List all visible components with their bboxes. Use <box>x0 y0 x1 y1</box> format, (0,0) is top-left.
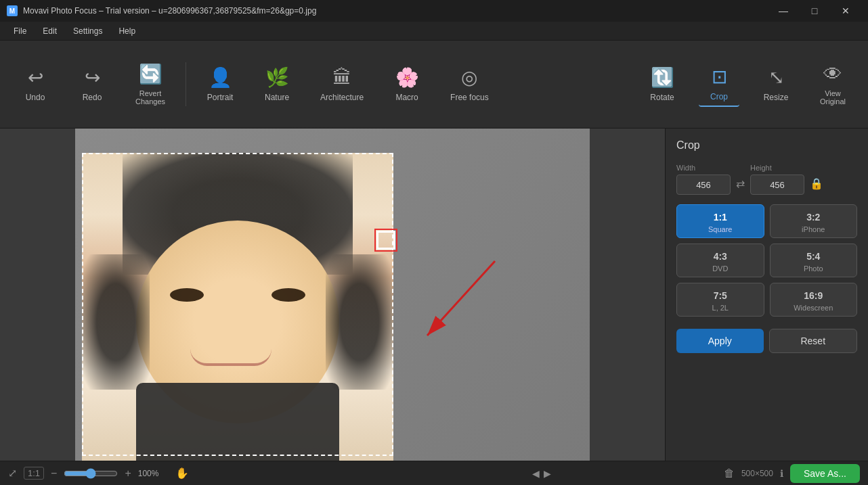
reset-button[interactable]: Reset <box>769 329 858 353</box>
revert-label: RevertChanges <box>135 89 165 106</box>
dimension-row: Width ⇄ Height 🔒 <box>676 164 857 195</box>
revert-button[interactable]: 🔄 RevertChanges <box>129 59 172 110</box>
zoom-out-button[interactable]: − <box>51 467 57 480</box>
menubar: File Edit Settings Help <box>0 22 868 41</box>
height-group: Height <box>750 164 804 195</box>
close-button[interactable]: ✕ <box>830 0 861 22</box>
architecture-icon: 🏛 <box>332 66 351 89</box>
menu-edit[interactable]: Edit <box>35 24 65 39</box>
undo-icon: ↩ <box>28 66 43 89</box>
portrait-icon: 👤 <box>209 66 232 89</box>
width-group: Width <box>676 164 731 195</box>
statusbar: ⤢ 1:1 − + 100% ✋ ◀ ▶ 🗑 500×500 ℹ Save As… <box>0 461 868 485</box>
ratio-4-3[interactable]: 4:3 DVD <box>676 244 764 277</box>
ratio-grid: 1:1 Square 3:2 iPhone 4:3 DVD 5:4 Photo … <box>676 204 857 317</box>
ratio-1-1[interactable]: 1:1 Square <box>676 204 764 238</box>
status-right: 🗑 500×500 ℹ Save As... <box>724 464 860 483</box>
height-input[interactable] <box>750 175 804 195</box>
zoom-1-1-button[interactable]: 1:1 <box>24 467 44 480</box>
width-input[interactable] <box>676 175 731 195</box>
status-center: ◀ ▶ <box>366 468 716 479</box>
toolbar: ↩ Undo ↪ Redo 🔄 RevertChanges 👤 Portrait… <box>0 41 868 129</box>
ratio-4-3-name: DVD <box>712 264 728 273</box>
freefocus-label: Free focus <box>450 93 489 102</box>
status-left: ⤢ 1:1 − + 100% ✋ <box>8 467 359 480</box>
ratio-1-1-value: 1:1 <box>714 212 727 223</box>
ratio-7-5-value: 7:5 <box>714 290 727 301</box>
macro-group: 🌸 Macro <box>378 62 435 106</box>
canvas-inner <box>75 129 590 461</box>
minimize-button[interactable]: — <box>768 0 799 22</box>
rotate-button[interactable]: 🔃 Rotate <box>642 62 682 106</box>
canvas-area[interactable] <box>0 129 665 461</box>
next-image-button[interactable]: ▶ <box>544 468 551 479</box>
portrait-button[interactable]: 👤 Portrait <box>200 62 240 106</box>
redo-button[interactable]: ↪ Redo <box>72 62 112 106</box>
vieworiginal-group: 👁 ViewOriginal <box>804 59 861 110</box>
resize-icon: ⤡ <box>768 66 784 89</box>
ratio-1-1-name: Square <box>708 225 732 233</box>
nature-icon: 🌿 <box>265 66 289 89</box>
zoom-percent: 100% <box>138 469 169 478</box>
macro-button[interactable]: 🌸 Macro <box>387 62 427 106</box>
architecture-button[interactable]: 🏛 Architecture <box>313 62 370 106</box>
revert-icon: 🔄 <box>139 63 162 85</box>
freefocus-icon: ◎ <box>461 66 477 89</box>
macro-icon: 🌸 <box>395 66 419 89</box>
ratio-3-2[interactable]: 3:2 iPhone <box>770 204 858 238</box>
apply-button[interactable]: Apply <box>676 329 764 353</box>
effects-group: 👤 Portrait <box>186 62 248 106</box>
maximize-button[interactable]: □ <box>799 0 830 22</box>
rotate-group: 🔃 Rotate <box>634 62 691 106</box>
freefocus-button[interactable]: ◎ Free focus <box>443 62 496 106</box>
lock-icon[interactable]: 🔒 <box>810 177 823 190</box>
save-as-button[interactable]: Save As... <box>790 464 860 483</box>
ratio-16-9[interactable]: 16:9 Widescreen <box>770 283 858 317</box>
swap-button[interactable]: ⇄ <box>736 177 745 190</box>
crop-label: Crop <box>710 92 728 101</box>
crop-button[interactable]: ⊡ Crop <box>699 62 739 107</box>
menu-settings[interactable]: Settings <box>65 24 110 39</box>
ratio-16-9-name: Widescreen <box>794 304 833 312</box>
redo-icon: ↪ <box>85 66 100 89</box>
redo-group: ↪ Redo <box>64 62 121 106</box>
image-dimensions: 500×500 <box>741 469 773 478</box>
history-group: ↩ Undo <box>7 62 64 106</box>
fit-to-screen-button[interactable]: ⤢ <box>8 467 17 480</box>
ratio-5-4[interactable]: 5:4 Photo <box>770 244 858 277</box>
ratio-5-4-value: 5:4 <box>806 251 820 262</box>
resize-group: ⤡ Resize <box>747 62 804 106</box>
zoom-slider[interactable] <box>64 468 118 479</box>
info-button[interactable]: ℹ <box>780 468 783 479</box>
architecture-group: 🏛 Architecture <box>305 62 378 106</box>
portrait-label: Portrait <box>207 93 234 102</box>
rotate-label: Rotate <box>650 93 674 102</box>
delete-button[interactable]: 🗑 <box>724 467 735 480</box>
vieworiginal-icon: 👁 <box>823 63 842 85</box>
ratio-5-4-name: Photo <box>804 264 823 273</box>
crop-icon: ⊡ <box>712 66 727 88</box>
menu-help[interactable]: Help <box>110 24 144 39</box>
ratio-4-3-value: 4:3 <box>714 251 727 262</box>
architecture-label: Architecture <box>320 93 364 102</box>
prev-image-button[interactable]: ◀ <box>532 468 540 479</box>
vieworiginal-button[interactable]: 👁 ViewOriginal <box>812 59 853 110</box>
nature-button[interactable]: 🌿 Nature <box>257 62 297 106</box>
ratio-16-9-value: 16:9 <box>804 290 823 301</box>
freefocus-group: ◎ Free focus <box>435 62 504 106</box>
pan-tool-icon[interactable]: ✋ <box>175 467 189 480</box>
rotate-icon: 🔃 <box>651 66 674 89</box>
ratio-7-5[interactable]: 7:5 L, 2L <box>676 283 764 317</box>
zoom-in-button[interactable]: + <box>125 467 131 480</box>
titlebar: M Movavi Photo Focus – Trial version – u… <box>0 0 868 22</box>
ratio-3-2-name: iPhone <box>802 225 825 233</box>
ratio-7-5-name: L, 2L <box>712 304 729 312</box>
undo-button[interactable]: ↩ Undo <box>15 62 56 106</box>
redo-label: Redo <box>83 93 102 102</box>
revert-group: 🔄 RevertChanges <box>121 59 180 110</box>
resize-button[interactable]: ⤡ Resize <box>756 62 796 106</box>
menu-file[interactable]: File <box>5 24 35 39</box>
main-area: Crop Width ⇄ Height 🔒 1:1 Square 3:2 iPh… <box>0 129 868 461</box>
action-row: Apply Reset <box>676 329 857 353</box>
vieworiginal-label: ViewOriginal <box>820 89 846 106</box>
